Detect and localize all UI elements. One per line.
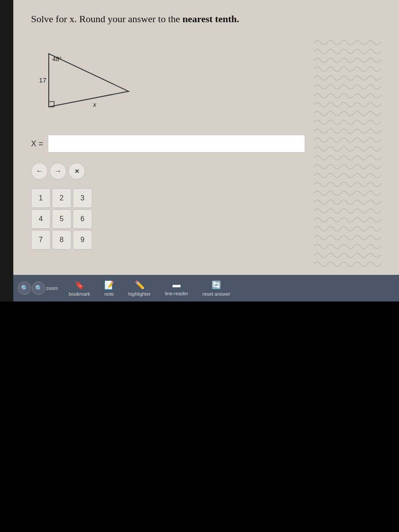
line-reader-button[interactable]: ▬ line-reader	[158, 278, 196, 299]
svg-text:48°: 48°	[52, 55, 62, 63]
nav-row: ← → ✕	[31, 163, 305, 180]
key-6[interactable]: 6	[73, 209, 92, 229]
clear-button[interactable]: ✕	[68, 163, 85, 180]
svg-text:x: x	[93, 101, 97, 108]
number-keypad: 1 2 3 4 5 6 7 8 9	[31, 188, 305, 250]
pattern-area	[314, 38, 381, 269]
key-8[interactable]: 8	[52, 230, 71, 250]
highlighter-label: highlighter	[128, 291, 151, 297]
back-button[interactable]: ←	[31, 163, 48, 180]
bookmark-label: bookmark	[69, 291, 90, 297]
note-icon: 📝	[104, 280, 114, 290]
forward-button[interactable]: →	[50, 163, 66, 180]
key-9[interactable]: 9	[73, 230, 92, 250]
bookmark-icon: 🔖	[74, 280, 84, 290]
highlighter-icon: ✏️	[135, 280, 145, 290]
answer-section: X =	[31, 135, 305, 153]
question-title: Solve for x. Round your answer to the ne…	[31, 13, 381, 25]
answer-input-box[interactable]	[48, 135, 305, 153]
key-1[interactable]: 1	[31, 188, 51, 208]
left-sidebar	[0, 0, 13, 301]
highlighter-button[interactable]: ✏️ highlighter	[121, 278, 158, 299]
zoom-out-icon: 🔍	[21, 285, 28, 292]
bottom-toolbar: 🔍 🔍 zoom 🔖 bookmark 📝 note ✏️ highlighte…	[13, 275, 399, 301]
key-2[interactable]: 2	[52, 188, 71, 208]
question-area: Solve for x. Round your answer to the ne…	[13, 0, 399, 278]
note-label: note	[104, 291, 113, 297]
zoom-group: 🔍 🔍	[13, 279, 50, 297]
reset-icon: 🔄	[211, 280, 221, 290]
line-reader-label: line-reader	[165, 291, 188, 296]
x-equals-label: X =	[31, 139, 43, 149]
note-button[interactable]: 📝 note	[97, 278, 121, 299]
bookmark-button[interactable]: 🔖 bookmark	[62, 278, 97, 299]
reset-answer-label: reset answer	[203, 291, 231, 297]
svg-rect-5	[314, 38, 381, 269]
triangle-diagram: 48° 17 x	[31, 38, 142, 118]
key-3[interactable]: 3	[73, 188, 92, 208]
zoom-in-button[interactable]: 🔍	[32, 282, 45, 295]
key-4[interactable]: 4	[31, 209, 51, 229]
black-bottom	[0, 301, 399, 532]
svg-text:17: 17	[39, 76, 47, 84]
main-content: Solve for x. Round your answer to the ne…	[13, 0, 399, 301]
zoom-out-button[interactable]: 🔍	[18, 282, 31, 295]
reset-answer-button[interactable]: 🔄 reset answer	[196, 278, 238, 299]
line-reader-icon: ▬	[172, 280, 180, 289]
zoom-in-icon: 🔍	[35, 285, 43, 292]
key-5[interactable]: 5	[52, 209, 71, 229]
zoom-label: zoom	[46, 286, 58, 291]
key-7[interactable]: 7	[31, 230, 51, 250]
